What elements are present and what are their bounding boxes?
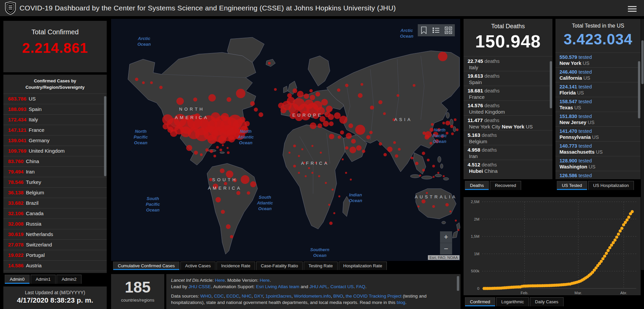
zoom-in-button[interactable]: + <box>440 231 452 243</box>
tested-row[interactable]: 158.547 tested Texas US <box>555 97 641 112</box>
mobile-link[interactable]: Here <box>260 278 269 283</box>
confirmed-country-row[interactable]: 32.106 Canada <box>3 208 107 219</box>
who-link[interactable]: WHO <box>200 294 211 299</box>
covid-tracking-link[interactable]: the COVID Tracking Project <box>346 294 402 299</box>
confirmed-country-row[interactable]: 19.022 Portugal <box>3 250 107 260</box>
legend-list-icon[interactable] <box>432 27 440 34</box>
countries-count: 185 <box>111 278 164 296</box>
tested-row[interactable]: 550.579 tested New York US <box>555 52 641 67</box>
confirmed-country-row[interactable]: 188.093 Spain <box>3 104 107 114</box>
tested-row[interactable]: 246.400 tested California US <box>555 67 641 82</box>
tested-row[interactable]: 151.830 tested New Jersey US <box>555 112 641 126</box>
deaths-row[interactable]: 19.613 deaths Spain <box>464 71 552 86</box>
tested-tab[interactable]: US Tested <box>557 181 587 190</box>
jhu-csse-link[interactable]: JHU CSSE <box>189 284 211 289</box>
tested-tab[interactable]: US Hospitalization <box>588 181 634 190</box>
region-name: United Kingdom <box>469 109 505 115</box>
map-layer-tab[interactable]: Incidence Rate <box>216 262 255 270</box>
dxy-link[interactable]: DXY <box>254 294 263 299</box>
esri-link[interactable]: Esri Living Atlas team <box>256 284 299 289</box>
confirmed-country-row[interactable]: 32.008 Russia <box>3 219 107 229</box>
case-count: 32.008 <box>8 221 24 227</box>
blog-link[interactable]: blog <box>397 300 405 305</box>
deaths-scrollbar[interactable] <box>550 61 552 108</box>
country-name: Austria <box>26 263 42 268</box>
basemap-grid-icon[interactable] <box>445 27 452 34</box>
worldometers-link[interactable]: Worldometers.info <box>294 294 331 299</box>
state-name: Florida <box>560 90 576 95</box>
deaths-row[interactable]: 4.958 deaths Iran <box>464 145 552 160</box>
faq-link[interactable]: FAQ <box>356 284 365 289</box>
map-layer-tab[interactable]: Testing Rate <box>304 262 337 270</box>
deaths-row[interactable]: 4.512 deaths Hubei China <box>464 160 552 175</box>
tested-row[interactable]: 141.470 tested Pennsylvania US <box>555 126 641 141</box>
confirmed-country-row[interactable]: 30.619 Netherlands <box>3 229 107 239</box>
confirmed-country-row[interactable]: 172.434 Italy <box>3 114 107 125</box>
state-name: Massachusetts <box>560 149 595 155</box>
confirmed-country-row[interactable]: 33.682 Brazil <box>3 198 107 208</box>
confirmed-country-row[interactable]: 36.138 Belgium <box>3 187 107 198</box>
bno-link[interactable]: BNO <box>333 294 343 299</box>
map-layer-tab[interactable]: Hospitalization Rate <box>339 262 387 270</box>
contact-link[interactable]: Contact US <box>331 284 354 289</box>
menu-icon[interactable] <box>628 5 637 11</box>
tested-scrollbar[interactable] <box>638 61 640 118</box>
tested-list: 550.579 tested New York US 246.400 teste… <box>555 52 641 179</box>
page-title: COVID-19 Dashboard by the Center for Sys… <box>20 4 396 12</box>
tested-row[interactable]: 126.586 tested <box>555 171 641 179</box>
deaths-row[interactable]: 11.477 deaths New York City New York US <box>464 115 552 130</box>
confirmed-country-row[interactable]: 14.586 Austria <box>3 260 107 271</box>
admin-tab[interactable]: Admin0 <box>5 275 30 284</box>
ecdc-link[interactable]: ECDC <box>226 294 239 299</box>
chart-tab[interactable]: Logarithmic <box>496 297 529 306</box>
tested-suffix: tested <box>578 54 592 60</box>
map-layer-tab[interactable]: Cumulative Confirmed Cases <box>113 262 179 270</box>
tested-row[interactable]: 128.900 tested Washington US <box>555 156 641 171</box>
country-name: Germany <box>29 138 49 143</box>
death-count: 18.681 <box>468 88 483 93</box>
confirmed-country-row[interactable]: 109.769 United Kingdom <box>3 146 107 156</box>
article-link[interactable]: Here <box>215 278 225 283</box>
confirmed-country-row[interactable]: 78.546 Turkey <box>3 177 107 187</box>
deaths-row[interactable]: 14.576 deaths United Kingdom <box>464 101 552 115</box>
region-country: US <box>524 124 533 129</box>
deaths-row[interactable]: 22.745 deaths Italy <box>464 56 552 71</box>
confirmed-country-row[interactable]: 683.786 US <box>3 93 107 104</box>
deaths-tab[interactable]: Recovered <box>490 181 521 190</box>
admin-tab[interactable]: Admin1 <box>31 275 56 284</box>
cdc-link[interactable]: CDC <box>214 294 224 299</box>
tested-row[interactable]: 140.773 tested Massachusetts US <box>555 141 641 156</box>
map-layer-tab[interactable]: Case-Fatality Ratio <box>256 262 303 270</box>
confirmed-country-row[interactable]: 13.980 Ireland <box>3 271 107 273</box>
confirmed-country-row[interactable]: 83.760 China <box>3 156 107 166</box>
1point3acres-link[interactable]: 1point3acres <box>265 294 291 299</box>
deaths-tab[interactable]: Deaths <box>465 181 489 190</box>
tested-count: 550.579 <box>560 54 577 60</box>
bookmark-icon[interactable] <box>420 27 427 34</box>
right-scrollbar[interactable] <box>641 19 644 270</box>
info-scrollbar[interactable] <box>457 276 459 291</box>
confirmed-country-row[interactable]: 147.121 France <box>3 125 107 135</box>
jhu-apl-link[interactable]: JHU APL <box>309 284 328 289</box>
tested-row[interactable]: 224.141 tested Florida US <box>555 82 641 97</box>
world-map[interactable]: Arctic OceanArctic OceanNorth Atlantic O… <box>111 19 460 270</box>
country-name: China <box>26 158 39 164</box>
map-attribution: Esri, FAO, NOAA <box>428 255 460 260</box>
total-tested-panel: Total Tested in the US 3.423.034 550.579… <box>555 19 641 179</box>
zoom-out-button[interactable]: − <box>440 243 452 255</box>
map-layer-tab[interactable]: Active Cases <box>180 262 215 270</box>
confirmed-list-scrollbar[interactable] <box>104 96 106 176</box>
chart-tab[interactable]: Confirmed <box>465 297 495 306</box>
nhc-link[interactable]: NHC <box>242 294 251 299</box>
deaths-row[interactable]: 18.681 deaths France <box>464 86 552 101</box>
deaths-row[interactable]: 5.163 deaths Belgium <box>464 130 552 145</box>
confirmed-country-row[interactable]: 139.041 Germany <box>3 135 107 146</box>
confirmed-country-row[interactable]: 79.494 Iran <box>3 166 107 177</box>
chart-tab[interactable]: Daily Cases <box>530 297 563 306</box>
deaths-suffix: deaths <box>484 73 500 79</box>
confirmed-country-row[interactable]: 27.078 Switzerland <box>3 239 107 250</box>
case-count: 14.586 <box>8 263 24 268</box>
cumulative-cases-chart[interactable]: 0500k1M1,5M2M2,5MFeb.Mar.Abr. <box>464 197 641 295</box>
confirmed-list-title: Confirmed Cases by Country/Region/Sovere… <box>3 75 107 91</box>
admin-tab[interactable]: Admin2 <box>57 275 81 284</box>
